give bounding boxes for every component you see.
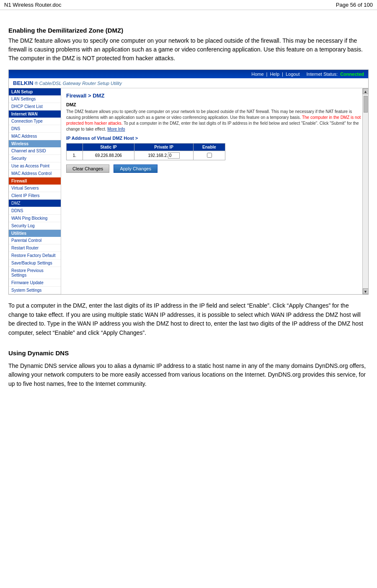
home-link[interactable]: Home [251, 72, 263, 77]
table-row: 1. 69.226.88.206 192.168.2. [67, 151, 225, 160]
sidebar-item-access-point[interactable]: Use as Access Point [9, 162, 61, 170]
enable-checkbox[interactable] [207, 153, 212, 158]
more-info-link[interactable]: More Info [107, 127, 125, 131]
sidebar-section-firewall: Firewall [9, 177, 61, 185]
breadcrumb: Firewall > DMZ [66, 92, 363, 99]
sidebar-item-restart-router[interactable]: Restart Router [9, 244, 61, 252]
ip-address-label: IP Address of Virtual DMZ Host > [66, 136, 363, 141]
sidebar-item-system-settings[interactable]: System Settings [9, 287, 61, 294]
scrollbar-down-arrow[interactable]: ▼ [363, 288, 369, 294]
scrollbar[interactable]: ▲ ▼ [362, 88, 368, 294]
static-ip-value: 69.226.88.206 [83, 151, 134, 160]
private-ip-prefix: 192.168.2. [148, 153, 168, 158]
router-sidebar: LAN Setup LAN Settings DHCP Client List … [9, 88, 61, 294]
sidebar-item-wan-ping-blocking[interactable]: WAN Ping Blocking [9, 215, 61, 222]
scrollbar-up-arrow[interactable]: ▲ [363, 88, 369, 94]
col-header-private-ip: Private IP [134, 144, 194, 151]
row-num: 1. [67, 151, 83, 160]
dmz-table: Static IP Private IP Enable 1. 69.226.88… [66, 143, 225, 160]
dmz-intro-paragraph: The DMZ feature allows you to specify on… [8, 36, 369, 63]
sidebar-item-dns[interactable]: DNS [9, 125, 61, 133]
sidebar-item-lan-settings[interactable]: LAN Settings [9, 95, 61, 103]
page-info: Page 56 of 100 [336, 2, 373, 8]
private-ip-input[interactable] [168, 152, 180, 159]
doc-title: N1 Wireless Router.doc [4, 2, 62, 8]
brand-tagline: ® Cable/DSL Gateway Router Setup Utility [34, 81, 121, 86]
router-ui-container: Home | Help | Logout Internet Status: Co… [8, 69, 369, 295]
sidebar-item-firmware-update[interactable]: Firmware Update [9, 279, 61, 287]
sidebar-item-mac-address-wan[interactable]: MAC Address [9, 133, 61, 140]
sidebar-item-dmz[interactable]: DMZ [9, 200, 61, 207]
private-ip-cell: 192.168.2. [134, 151, 194, 160]
sidebar-section-utilities: Utilities [9, 230, 61, 237]
apply-changes-button[interactable]: Apply Changes [114, 164, 158, 173]
dns-paragraph: The Dynamic DNS service allows you to al… [8, 362, 369, 389]
enable-cell [194, 151, 225, 160]
clear-changes-button[interactable]: Clear Changes [66, 164, 109, 173]
sidebar-section-wireless: Wireless [9, 140, 61, 147]
sidebar-item-restore-previous-settings[interactable]: Restore Previous Settings [9, 267, 61, 279]
internet-status-value: Connected [340, 72, 364, 77]
router-main-content: Firewall > DMZ DMZ The DMZ feature allow… [61, 88, 368, 294]
dmz-main-desc: The DMZ feature allows you to specify on… [66, 109, 363, 132]
brand-name: BELKIN [13, 80, 33, 86]
sidebar-item-mac-address-control[interactable]: MAC Address Control [9, 170, 61, 177]
sidebar-item-parental-control[interactable]: Parental Control [9, 237, 61, 244]
sidebar-section-lan: LAN Setup [9, 88, 61, 95]
dmz-section-title: Enabling the Demilitarized Zone (DMZ) [8, 27, 369, 34]
button-row: Clear Changes Apply Changes [66, 164, 363, 173]
using-dns-title: Using Dynamic DNS [8, 349, 369, 357]
col-static-ip [67, 144, 83, 151]
sidebar-item-save-backup-settings[interactable]: Save/Backup Settings [9, 259, 61, 267]
sidebar-item-dhcp-client-list[interactable]: DHCP Client List [9, 103, 61, 110]
sidebar-item-restore-factory-default[interactable]: Restore Factory Default [9, 252, 61, 259]
router-brand-bar: BELKIN ® Cable/DSL Gateway Router Setup … [9, 78, 368, 88]
scrollbar-thumb[interactable] [364, 96, 368, 113]
sidebar-item-security[interactable]: Security [9, 155, 61, 162]
dmz-main-label: DMZ [66, 102, 363, 107]
sidebar-section-internet-wan: Internet WAN [9, 110, 61, 118]
dmz-para2: To put a computer in the DMZ, enter the … [8, 301, 369, 338]
sidebar-item-ddns[interactable]: DDNS [9, 207, 61, 215]
sidebar-item-client-ip-filters[interactable]: Client IP Filters [9, 192, 61, 200]
col-header-static-ip: Static IP [83, 144, 134, 151]
sidebar-item-channel-ssid[interactable]: Channel and SSID [9, 147, 61, 155]
col-header-enable: Enable [194, 144, 225, 151]
router-topbar: Home | Help | Logout Internet Status: Co… [9, 70, 368, 78]
sidebar-item-virtual-servers[interactable]: Virtual Servers [9, 185, 61, 192]
sidebar-item-connection-type[interactable]: Connection Type [9, 118, 61, 125]
sidebar-item-security-log[interactable]: Security Log [9, 222, 61, 230]
help-link[interactable]: Help [270, 72, 279, 77]
logout-link[interactable]: Logout [286, 72, 300, 77]
